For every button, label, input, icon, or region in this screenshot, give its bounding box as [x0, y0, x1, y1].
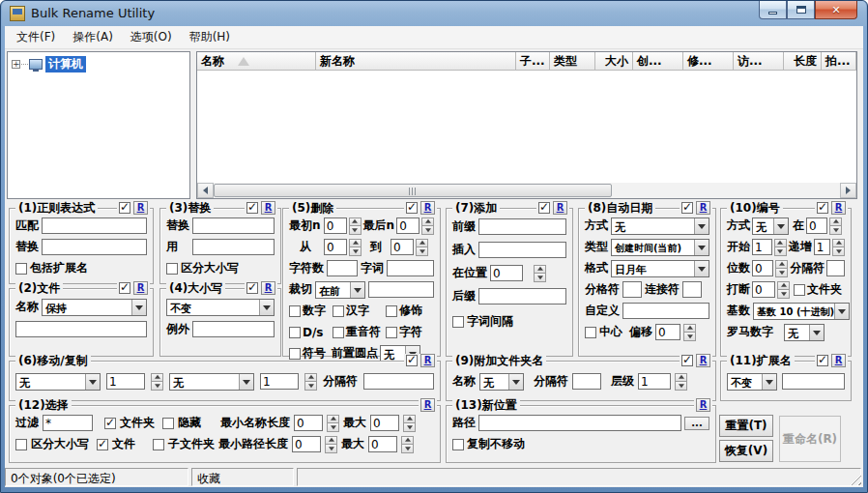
rename-button[interactable]: 重命名(R) [779, 416, 841, 462]
num-break-input[interactable] [752, 281, 775, 298]
num-start-input[interactable] [752, 239, 772, 255]
maximize-button[interactable] [787, 1, 815, 19]
autodate-type-select[interactable]: 创建时间(当前) [611, 239, 709, 256]
spin-down-icon[interactable] [829, 226, 842, 235]
remove-crop-select[interactable]: 在前 [315, 281, 365, 299]
autodate-offset-input[interactable] [655, 324, 680, 340]
spin-down-icon[interactable] [774, 247, 787, 256]
column-header-type[interactable]: 类型 [550, 52, 595, 71]
column-header-modified[interactable]: 修... [683, 52, 734, 71]
spin-down-icon[interactable] [403, 423, 416, 432]
tree-item-computer[interactable]: + 计算机 [12, 56, 189, 72]
spin-up-icon[interactable] [775, 260, 788, 270]
column-header-created[interactable]: 创... [633, 52, 683, 71]
scrollbar-thumb[interactable] [214, 184, 612, 197]
group-numbering-reset-button[interactable]: R [831, 201, 846, 215]
num-at-spinner[interactable] [829, 218, 842, 235]
group-case-checkbox[interactable] [246, 282, 258, 294]
add-insert-input[interactable] [478, 242, 566, 258]
group-newlocation-reset-button[interactable]: R [696, 398, 710, 412]
menu-help[interactable]: 帮助(H) [181, 26, 239, 48]
autodate-custom-input[interactable] [622, 303, 709, 319]
autodate-center-checkbox[interactable] [585, 327, 596, 338]
selections-files-checkbox[interactable] [97, 439, 108, 450]
remove-lastn-input[interactable] [396, 218, 420, 234]
selections-hidden-checkbox[interactable] [162, 418, 174, 429]
file-list[interactable]: 名称 新名称 子... 类型 大小 创... 修... 访... 长度 拍... [196, 51, 857, 199]
selections-filter-input[interactable] [43, 415, 93, 431]
group-replace-reset-button[interactable]: R [261, 201, 275, 215]
remove-words-input[interactable] [387, 260, 434, 276]
selections-subfolders-checkbox[interactable] [153, 439, 164, 450]
add-atpos-spinner[interactable] [534, 265, 546, 282]
selections-minpath-spinner[interactable] [325, 436, 337, 453]
selections-maxname-input[interactable] [370, 415, 399, 431]
spin-up-icon[interactable] [829, 218, 842, 227]
remove-from-input[interactable] [324, 239, 347, 255]
selections-minname-spinner[interactable] [327, 415, 339, 432]
autodate-offset-spinner[interactable] [683, 324, 696, 341]
spin-down-icon[interactable] [534, 274, 546, 282]
spin-up-icon[interactable] [401, 436, 414, 446]
column-header-accessed[interactable]: 访... [734, 52, 784, 71]
remove-ds-checkbox[interactable] [289, 327, 301, 338]
group-movecopy-reset-button[interactable]: R [420, 354, 435, 367]
tree-item-label[interactable]: 计算机 [45, 56, 86, 72]
add-wordspace-checkbox[interactable] [452, 316, 464, 328]
group-extension-checkbox[interactable] [817, 355, 828, 366]
remove-to-spinner[interactable] [416, 239, 428, 256]
appendfolder-levels-input[interactable] [638, 373, 671, 390]
newlocation-copy-checkbox[interactable] [452, 439, 464, 450]
regex-match-input[interactable] [42, 218, 147, 234]
num-at-input[interactable] [806, 218, 827, 234]
appendfolder-name-select[interactable]: 无 [479, 373, 524, 391]
spin-up-icon[interactable] [325, 436, 337, 446]
titlebar[interactable]: Bulk Rename Utility ✕ [2, 1, 866, 26]
folder-tree[interactable]: + 计算机 [7, 51, 190, 199]
spin-down-icon[interactable] [349, 247, 362, 256]
menu-actions[interactable]: 操作(A) [64, 26, 122, 48]
num-roman-select[interactable]: 无 [784, 324, 825, 341]
case-except-input[interactable] [192, 321, 275, 337]
appendfolder-sep-input[interactable] [572, 373, 601, 390]
num-incr-spinner[interactable] [832, 239, 845, 256]
spin-up-icon[interactable] [416, 239, 428, 248]
spin-down-icon[interactable] [401, 445, 414, 453]
regex-include-ext-checkbox[interactable] [15, 263, 27, 275]
remove-trim-checkbox[interactable] [386, 305, 397, 317]
remove-charsbox-checkbox[interactable] [386, 327, 397, 338]
spin-up-icon[interactable] [534, 265, 546, 275]
num-pad-input[interactable] [752, 260, 773, 276]
selections-minpath-input[interactable] [292, 436, 321, 452]
selections-minname-input[interactable] [294, 415, 323, 431]
spin-up-icon[interactable] [421, 218, 434, 227]
remove-lastn-spinner[interactable] [421, 218, 434, 235]
spin-down-icon[interactable] [777, 290, 790, 299]
spin-down-icon[interactable] [349, 226, 362, 235]
menu-file[interactable]: 文件(F) [8, 26, 64, 48]
group-regex-checkbox[interactable] [119, 202, 130, 214]
spin-up-icon[interactable] [304, 373, 317, 383]
group-replace-checkbox[interactable] [246, 202, 258, 214]
autodate-format-select[interactable]: 日月年 [611, 260, 709, 277]
add-suffix-input[interactable] [478, 288, 566, 304]
movecopy-count2-spinner[interactable] [304, 373, 317, 391]
minimize-button[interactable] [759, 1, 787, 19]
group-add-reset-button[interactable]: R [553, 201, 567, 215]
autodate-mode-select[interactable]: 无 [611, 218, 709, 235]
group-numbering-checkbox[interactable] [817, 202, 828, 214]
extension-mode-select[interactable]: 不变 [727, 373, 777, 391]
remove-firstn-spinner[interactable] [349, 218, 362, 235]
spin-up-icon[interactable] [151, 373, 163, 383]
spin-down-icon[interactable] [416, 247, 428, 256]
column-header-sub[interactable]: 子... [516, 52, 550, 71]
resize-grip-icon[interactable] [849, 473, 861, 485]
column-header-size[interactable]: 大小 [595, 52, 633, 71]
movecopy-mode2-select[interactable]: 无 [169, 373, 254, 391]
selections-folders-checkbox[interactable] [104, 418, 116, 429]
remove-crop-input[interactable] [368, 281, 434, 298]
spin-up-icon[interactable] [832, 239, 845, 248]
num-pad-spinner[interactable] [775, 260, 788, 277]
reset-button[interactable]: 重置(T) [719, 415, 773, 437]
add-prefix-input[interactable] [478, 218, 566, 235]
